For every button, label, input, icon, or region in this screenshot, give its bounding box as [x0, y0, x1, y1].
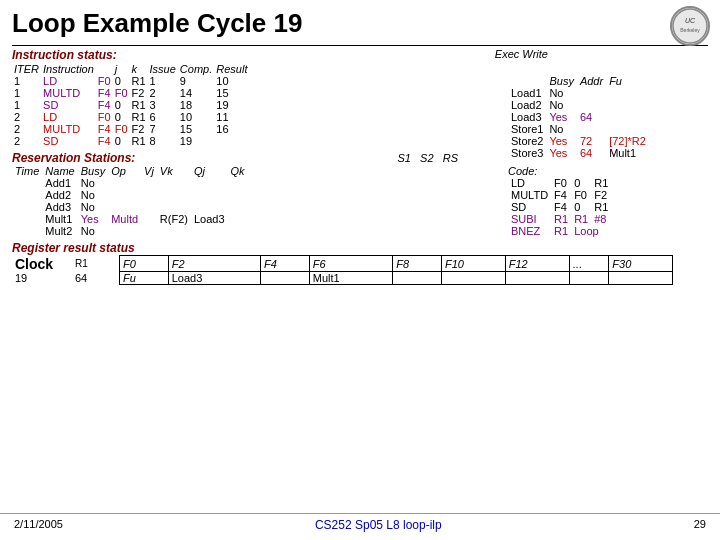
issue: 2 [148, 87, 178, 99]
ellipsis-header: ... [569, 256, 609, 272]
rob-entry: Store1 [508, 123, 546, 135]
k: F2 [130, 123, 148, 135]
issue: 1 [148, 75, 178, 87]
clock-header: Clock [12, 256, 72, 272]
issue: 3 [148, 99, 178, 111]
table-row: 2 MULTD F4 F0 F2 7 15 16 [12, 123, 249, 135]
rob-fu: Mult1 [606, 147, 649, 159]
main-content: ITER Instruction j k Issue Comp. Result … [12, 63, 708, 237]
code-r3: F2 [591, 189, 611, 201]
code-r1: R1 [551, 213, 571, 225]
time [12, 189, 42, 201]
table-row: 2 SD F4 0 R1 8 19 [12, 135, 249, 147]
right-section: Busy Addr Fu Load1 No Load2 No [508, 63, 708, 237]
code-r2: 0 [571, 201, 591, 213]
code-instr: LD [508, 177, 551, 189]
reg: F4 [96, 135, 113, 147]
rs-row: Add1 No [12, 177, 248, 189]
rob-fu [606, 111, 649, 123]
rob-entry: Load1 [508, 87, 546, 99]
j: 0 [113, 99, 130, 111]
reg: F4 [96, 87, 113, 99]
instr: LD [41, 111, 96, 123]
rob-fu [606, 123, 649, 135]
col-busy: Busy [78, 165, 108, 177]
rs-name: Add1 [42, 177, 77, 189]
code-r3: R1 [591, 201, 611, 213]
k: R1 [130, 99, 148, 111]
rs-row: Mult1 Yes Multd R(F2) Load3 [12, 213, 248, 225]
f4-header: F4 [261, 256, 310, 272]
instr: MULTD [41, 123, 96, 135]
rs-table: Time Name Busy Op Vj Vk Qj Qk [12, 165, 248, 237]
code-row: BNEZ R1 Loop [508, 225, 611, 237]
rs-name: Add2 [42, 189, 77, 201]
iter: 1 [12, 75, 41, 87]
comp: 15 [178, 123, 214, 135]
code-r3: #8 [591, 213, 611, 225]
footer-course: CS252 Sp05 L8 loop-ilp [315, 518, 442, 532]
issue: 8 [148, 135, 178, 147]
rs-name: Mult2 [42, 225, 77, 237]
iter: 2 [12, 123, 41, 135]
rob-header: Busy Addr Fu [508, 75, 649, 87]
s1-s2-rs-header: S1 S2 RS [397, 152, 458, 164]
instr: MULTD [41, 87, 96, 99]
exec-write-label: Exec Write [495, 48, 548, 62]
rob-busy: No [546, 123, 576, 135]
comp: 19 [178, 135, 214, 147]
instr: SD [41, 135, 96, 147]
reg-fu-label: Fu [119, 272, 168, 285]
rs-vk: R(F2) [157, 213, 191, 225]
f12-val [569, 272, 609, 285]
rob-busy: Yes [546, 111, 576, 123]
code-instr: SUBI [508, 213, 551, 225]
col-instruction: Instruction [41, 63, 96, 75]
col-name: Name [42, 165, 77, 177]
rob-col-fu: Fu [606, 75, 649, 87]
rob-table: Busy Addr Fu Load1 No Load2 No [508, 75, 649, 159]
footer-date: 2/11/2005 [14, 518, 63, 532]
code-r2: F0 [571, 189, 591, 201]
rs-busy: No [78, 201, 108, 213]
rob-busy: No [546, 87, 576, 99]
footer-page: 29 [694, 518, 706, 532]
iter: 1 [12, 99, 41, 111]
f10-header: F10 [441, 256, 505, 272]
rob-busy: Yes [546, 135, 576, 147]
r1-header: R1 [72, 256, 119, 272]
code-r1: F0 [551, 177, 571, 189]
code-r3: R1 [591, 177, 611, 189]
rs-vj [141, 213, 157, 225]
top-divider [12, 45, 708, 46]
iter: 2 [12, 135, 41, 147]
logo: UC Berkeley [670, 6, 710, 46]
rs-busy: No [78, 177, 108, 189]
code-instr: SD [508, 201, 551, 213]
instr: LD [41, 75, 96, 87]
svg-point-0 [673, 9, 707, 43]
footer: 2/11/2005 CS252 Sp05 L8 loop-ilp 29 [0, 513, 720, 532]
table-row: 1 MULTD F4 F0 F2 2 14 15 [12, 87, 249, 99]
rob-addr [577, 87, 606, 99]
time [12, 225, 42, 237]
rob-fu [606, 99, 649, 111]
reg: F0 [96, 111, 113, 123]
col-j: j [113, 63, 130, 75]
issue: 6 [148, 111, 178, 123]
code-section: Code: LD F0 0 R1 MULTD F4 F0 F2 [508, 165, 708, 237]
rs-qk [228, 177, 248, 189]
code-r2: 0 [571, 177, 591, 189]
j: 0 [113, 111, 130, 123]
rs-vj [141, 177, 157, 189]
j: 0 [113, 75, 130, 87]
comp: 10 [178, 111, 214, 123]
table-row: 1 SD F4 0 R1 3 18 19 [12, 99, 249, 111]
code-row: SD F4 0 R1 [508, 201, 611, 213]
svg-text:UC: UC [685, 17, 696, 24]
f2-header: F2 [168, 256, 260, 272]
code-r2: R1 [571, 213, 591, 225]
page-title: Loop Example Cycle 19 [12, 8, 708, 39]
col-comp: Comp. [178, 63, 214, 75]
f0-header: F0 [119, 256, 168, 272]
